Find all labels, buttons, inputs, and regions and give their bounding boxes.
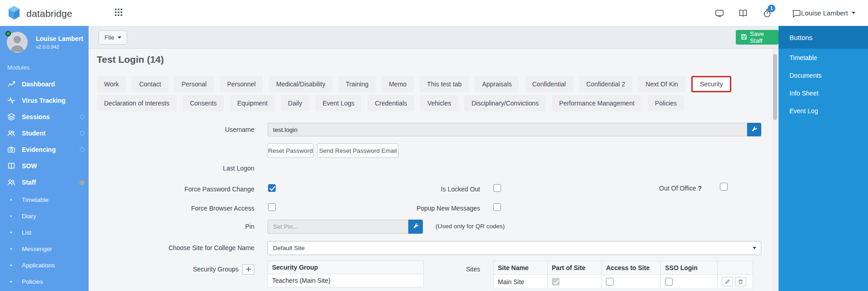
sidebar-item-messenger[interactable]: • Messenger [0,241,89,257]
tab-vehicles[interactable]: Vehicles [420,95,458,111]
tab-this-test-tab[interactable]: This test tab [420,76,469,92]
brand-name: databridge [26,8,72,19]
chevron-down-icon [753,247,756,249]
tab-confidential[interactable]: Confidential [525,76,573,92]
sidebar-subitem-label: Messenger [22,246,52,252]
tab-declaration-of-interests[interactable]: Declaration of Interests [97,95,177,111]
save-staff-button[interactable]: Save Staff [736,30,779,45]
add-security-group-button[interactable] [242,264,254,275]
button-timetable[interactable]: Timetable [779,49,868,66]
tab-medical-disability[interactable]: Medical/Disability [269,76,332,92]
file-menu-button[interactable]: File [99,30,127,45]
force-password-change-checkbox[interactable] [268,184,276,192]
button-info-sheet[interactable]: Info Sheet [779,84,868,102]
pin-wrench-button[interactable] [408,220,423,234]
popup-new-messages-label: Popup New Messages [379,205,480,212]
tab-row-secondary: Declaration of Interests Consents Equipm… [97,95,684,111]
tab-next-of-kin[interactable]: Next Of Kin [638,76,685,92]
chat-icon[interactable] [791,8,801,18]
is-locked-out-checkbox[interactable] [493,184,501,192]
user-menu-label: Louise Lambert [801,9,848,17]
sso-login-cell [661,275,718,289]
out-of-office-label: Out Of Office ? [611,185,702,192]
tab-work[interactable]: Work [97,76,126,92]
sidebar-item-sessions[interactable]: Sessions [0,109,89,125]
delete-site-button[interactable] [735,277,746,286]
scrollbar-thumb[interactable] [773,54,777,120]
tab-performance-management[interactable]: Performance Management [552,95,642,111]
apps-grid-icon[interactable] [114,8,123,18]
tab-personal[interactable]: Personal [174,76,214,92]
sidebar-item-list[interactable]: • List [0,224,89,241]
brand: databridge [7,5,72,22]
save-staff-label: Save Staff [750,30,774,44]
is-locked-out-label: Is Locked Out [379,186,480,193]
sidebar-item-applications[interactable]: • Applications [0,257,89,273]
part-of-site-cell [547,275,602,289]
username-input[interactable]: test.login [268,123,747,136]
sidebar-item-sow[interactable]: SOW [0,158,89,174]
page-title: Test Login (14) [97,54,164,65]
tab-memo[interactable]: Memo [382,76,414,92]
tab-disciplinary-convictions[interactable]: Disciplinary/Convictions [464,95,546,111]
online-status-dot [5,31,11,36]
sidebar-subitem-label: Applications [22,262,55,269]
vertical-scrollbar[interactable] [772,49,778,291]
sidebar-item-dashboard[interactable]: Dashboard [0,76,89,92]
force-browser-access-label: Force Browser Access [125,205,254,212]
sidebar-item-label: Evidencing [22,146,56,153]
table-row[interactable]: Teachers (Main Site) [268,274,424,287]
popup-new-messages-checkbox[interactable] [493,203,501,211]
sidebar-item-timetable[interactable]: • Timetable [0,191,89,208]
choose-site-label: Choose Site for College Name [125,241,254,255]
tab-contact[interactable]: Contact [132,76,168,92]
pencil-icon [725,278,730,286]
monitor-icon[interactable] [714,8,724,18]
user-menu[interactable]: Louise Lambert [801,0,855,26]
button-event-log[interactable]: Event Log [779,102,868,120]
book-icon[interactable] [738,8,748,18]
tab-event-logs[interactable]: Event Logs [315,95,362,111]
buttons-panel-title: Buttons [779,26,868,49]
help-icon[interactable]: ? [698,185,702,192]
chevron-down-icon [118,36,121,39]
sidebar-item-label: Student [22,130,45,137]
sso-login-checkbox[interactable] [665,278,673,286]
sidebar-item-student[interactable]: Student [0,125,89,141]
send-reset-password-email-button[interactable]: Send Reset Password Email [317,143,399,158]
bullet-icon: • [10,196,15,203]
tab-consents[interactable]: Consents [183,95,224,111]
sidebar-item-policies[interactable]: • Policies [0,273,89,290]
force-browser-access-checkbox[interactable] [268,203,276,211]
username-wrench-button[interactable] [747,123,761,136]
force-password-change-label: Force Password Change [125,186,254,193]
sidebar-item-virus-tracking[interactable]: Virus Tracking [0,92,89,109]
sidebar-item-label: Virus Tracking [22,97,65,104]
timer-icon[interactable]: 1 [762,8,772,18]
tab-policies[interactable]: Policies [648,95,684,111]
tab-credentials[interactable]: Credentials [367,95,414,111]
tab-equipment[interactable]: Equipment [230,95,275,111]
out-of-office-checkbox[interactable] [720,183,728,191]
sidebar-item-evidencing[interactable]: Evidencing [0,141,89,158]
tab-security[interactable]: Security [691,76,732,92]
floppy-icon [741,34,747,41]
access-to-site-checkbox[interactable] [606,278,614,286]
tab-row-primary: Work Contact Personal Personnel Medical/… [97,76,731,92]
actions-column-header [717,261,753,275]
edit-site-button[interactable] [722,277,733,286]
collapse-indicator-icon [80,115,84,119]
tab-training[interactable]: Training [338,76,376,92]
pin-input[interactable]: Set Pin... [268,220,408,234]
reset-password-button[interactable]: Reset Password [268,143,313,158]
part-of-site-checkbox [552,278,560,286]
collapse-indicator-icon [80,131,84,135]
site-select[interactable]: Default Site [268,241,761,255]
sidebar-item-diary[interactable]: • Diary [0,208,89,224]
tab-appraisals[interactable]: Appraisals [475,76,519,92]
tab-confidential-2[interactable]: Confidential 2 [579,76,633,92]
tab-personnel[interactable]: Personnel [220,76,263,92]
sidebar-item-staff[interactable]: Staff [0,174,89,191]
tab-daily[interactable]: Daily [281,95,309,111]
button-documents[interactable]: Documents [779,66,868,84]
